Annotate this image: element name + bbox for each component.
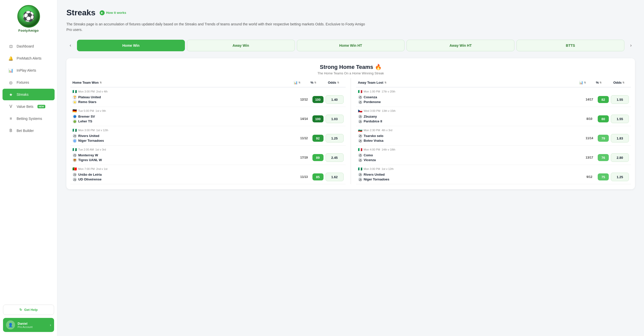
avatar: 👤 [6, 320, 15, 329]
stat-value: 12/12 [298, 98, 310, 101]
home-team-name: ⚽ Zbuzany [358, 114, 581, 119]
away-team-logo: 🌀 [72, 138, 77, 143]
team-names: 🏆 Plateau United ⭐ Remo Stars [72, 95, 296, 105]
home-team-name: ⚽ Tsarsko selo [358, 133, 581, 138]
match-data-row: 🏆 Plateau United ⭐ Remo Stars 12/12 100 … [72, 95, 344, 105]
tab-home-win[interactable]: Home Win [77, 40, 185, 51]
play-icon: ▶ [100, 10, 105, 15]
page-title: Streaks [66, 8, 96, 17]
team-names: ⚽ Cosenza ⚽ Pordenone [358, 95, 581, 105]
away-team-logo: ⭐ [72, 100, 77, 104]
how-it-works-label: How it works [106, 11, 126, 15]
table-row[interactable]: 🇳🇬 Mon 3:00 PM 2nd v 4th 🏆 Plateau Unite… [70, 87, 346, 107]
stat-value: 14/17 [583, 98, 596, 101]
country-flag: 🇮🇹 [358, 89, 362, 93]
logo-container: ⚽ FootyAmigo [0, 0, 57, 37]
table-row[interactable]: 🇮🇹 Mon 4:00 PM 14th v 18th ⚽ Como ⚽ Vice… [356, 146, 631, 165]
odds-badge: 1.62 [326, 173, 344, 181]
away-team-name: ⚽ Pardubice II [358, 119, 581, 124]
away-team-name: 🐯 Tigres UANL W [72, 158, 296, 163]
country-flag: 🇳🇬 [358, 167, 362, 171]
tab-away-win-ht[interactable]: Away Win HT [407, 40, 514, 51]
table-row[interactable]: 🇵🇹 Mon 7:00 PM 2nd v 1st ⚽ União de Leir… [70, 165, 346, 184]
sidebar-item-inplay[interactable]: 📊 InPlay Alerts [3, 65, 55, 76]
home-team-name: ⚽ Rivers United [72, 133, 296, 138]
sidebar-item-betbuilder[interactable]: B Bet Builder [3, 125, 55, 136]
sidebar: ⚽ FootyAmigo ⊡ Dashboard 🔔 PreMatch Aler… [0, 0, 57, 336]
match-meta: 🇳🇬 Tue 2:00 AM 1st v 3rd [72, 148, 344, 152]
country-flag: 🇮🇹 [358, 148, 362, 152]
table-row[interactable]: 🇳🇬 Tue 2:00 AM 1st v 3rd ⚽ Monterrey W 🐯… [70, 146, 346, 165]
away-table-body: 🇮🇹 Mon 1:00 PM 17th v 20th ⚽ Cosenza ⚽ P… [356, 87, 631, 184]
tab-btts[interactable]: BTTS [516, 40, 624, 51]
away-team-logo: ⚽ [358, 138, 363, 143]
sort-icon: ⇅ [100, 81, 102, 84]
away-team-name: ⚽ Pordenone [358, 100, 581, 105]
page-description: The Streaks page is an accumulation of f… [66, 21, 368, 33]
team-names: ⚽ União de Leiria ⚽ UD Oliveirense [72, 172, 296, 182]
sort-icon: ⇅ [298, 81, 300, 84]
table-divider [351, 78, 351, 184]
odds-badge: 1.55 [611, 115, 629, 123]
sidebar-item-prematch[interactable]: 🔔 PreMatch Alerts [3, 53, 55, 64]
away-odds-col-header[interactable]: Odds ⇅ [609, 81, 629, 84]
table-row[interactable]: 🇳🇬 Mon 3:00 PM 1st v 12th ⚽ Rivers Unite… [356, 165, 631, 184]
match-meta: 🇵🇹 Mon 7:00 PM 2nd v 1st [72, 167, 344, 171]
odds-badge: 1.83 [611, 134, 629, 142]
pct-badge: 85 [312, 173, 324, 180]
sidebar-item-valuebets[interactable]: V Value Bets NEW [3, 101, 55, 112]
page-header: Streaks ▶ How it works [66, 8, 635, 17]
table-row[interactable]: 🇩🇪 Tue 5:00 PM 1st v 9th 🔵 Bremer SV 🟢 L… [70, 107, 346, 126]
home-pct-col-header[interactable]: % ⇅ [305, 81, 321, 84]
tab-home-win-ht[interactable]: Home Win HT [297, 40, 405, 51]
home-stat-col-header[interactable]: 📊 ⇅ [291, 81, 303, 84]
sidebar-item-dashboard[interactable]: ⊡ Dashboard [3, 40, 55, 52]
table-row[interactable]: 🇨🇿 Wed 3:00 PM 13th v 15th ⚽ Zbuzany ⚽ P… [356, 107, 631, 126]
team-names: ⚽ Zbuzany ⚽ Pardubice II [358, 114, 581, 124]
home-team-col-header[interactable]: Home Team Won ⇅ [72, 81, 289, 84]
section-subtitle: The Home Teams On a Home Winning Streak [71, 71, 630, 75]
pct-badge: 79 [598, 135, 609, 142]
odds-badge: 2.45 [326, 153, 344, 162]
sidebar-item-bettingsystems[interactable]: ≡ Betting Systems [3, 113, 55, 124]
match-league: 2nd v 4th [96, 90, 107, 93]
home-odds-col-header[interactable]: Odds ⇅ [324, 81, 344, 84]
home-team-logo: 🏆 [72, 95, 77, 100]
tabs-prev-arrow[interactable]: ‹ [66, 41, 74, 50]
stat-value: 9/12 [583, 175, 596, 179]
sidebar-item-fixtures[interactable]: ◎ Fixtures [3, 77, 55, 88]
match-data-row: ⚽ Tsarsko selo ⚽ Botev Vratsa 11/14 79 1… [358, 133, 629, 143]
table-row[interactable]: 🇮🇹 Mon 1:00 PM 17th v 20th ⚽ Cosenza ⚽ P… [356, 87, 631, 107]
away-stat-col-header[interactable]: 📊 ⇅ [576, 81, 589, 84]
match-meta: 🇳🇬 Mon 3:00 PM 2nd v 4th [72, 89, 344, 93]
match-time: Mon 3:00 PM [78, 90, 95, 93]
away-pct-col-header[interactable]: % ⇅ [591, 81, 607, 84]
content-area: Strong Home Teams 🔥 The Home Teams On a … [66, 58, 635, 189]
table-row[interactable]: 🇳🇬 Mon 3:00 PM 1st v 12th ⚽ Rivers Unite… [70, 126, 346, 146]
tab-away-win[interactable]: Away Win [187, 40, 295, 51]
home-team-name: ⚽ Monterrey W [72, 153, 296, 158]
how-it-works-link[interactable]: ▶ How it works [100, 10, 126, 15]
away-team-col-header[interactable]: Away Team Lost ⇅ [358, 81, 574, 84]
match-data-row: 🔵 Bremer SV 🟢 Leher TS 14/14 100 1.03 [72, 114, 344, 124]
sort-icon: ⇅ [599, 81, 601, 84]
match-league: 1st v 9th [96, 109, 106, 112]
section-title: Strong Home Teams 🔥 [71, 64, 630, 70]
country-flag: 🇳🇬 [72, 148, 77, 152]
away-team-logo: ⚽ [358, 100, 363, 104]
sort-icon: ⇅ [584, 81, 586, 84]
match-league: 1st v 3rd [95, 148, 106, 151]
section-title-bar: Strong Home Teams 🔥 The Home Teams On a … [66, 58, 635, 78]
home-team-name: 🏆 Plateau United [72, 95, 296, 100]
tabs-list: Home Win Away Win Home Win HT Away Win H… [77, 40, 624, 51]
table-row[interactable]: 🇧🇬 Mon 2:30 PM 4th v 3rd ⚽ Tsarsko selo … [356, 126, 631, 146]
sidebar-item-label: Streaks [17, 92, 28, 97]
match-meta: 🇨🇿 Wed 3:00 PM 13th v 15th [358, 109, 629, 113]
match-league: 1st v 12th [96, 129, 108, 132]
sidebar-item-streaks[interactable]: ★ Streaks [3, 89, 55, 100]
dashboard-icon: ⊡ [8, 43, 14, 49]
match-meta: 🇩🇪 Tue 5:00 PM 1st v 9th [72, 109, 344, 113]
user-card[interactable]: 👤 Daniel Pro Account › [3, 318, 54, 332]
get-help-button[interactable]: ↻ Get Help [3, 305, 54, 315]
tabs-next-arrow[interactable]: › [627, 41, 635, 50]
